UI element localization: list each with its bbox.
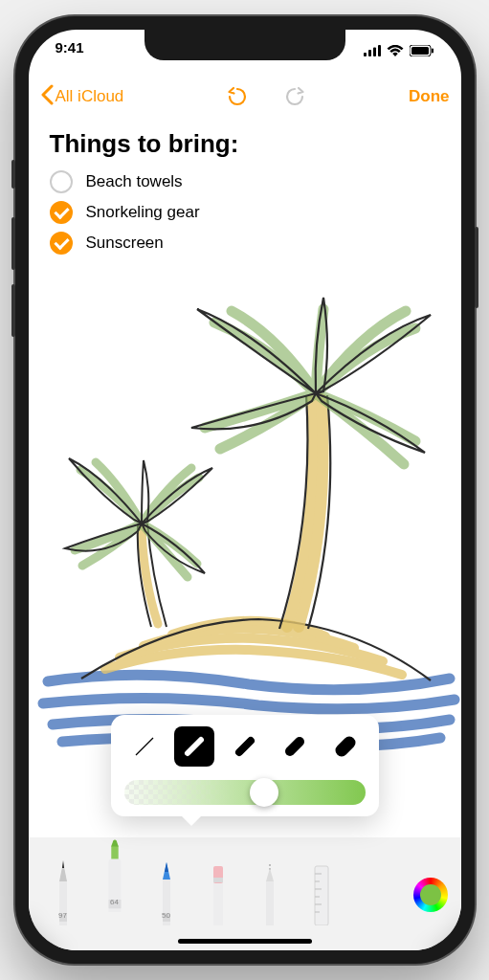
note-title: Things to bring: <box>50 129 440 159</box>
done-button[interactable]: Done <box>409 87 450 106</box>
checkbox-unchecked-icon[interactable] <box>50 170 73 193</box>
svg-line-8 <box>188 740 201 753</box>
svg-line-11 <box>342 743 349 750</box>
lasso-tool[interactable] <box>249 853 291 925</box>
svg-rect-2 <box>373 47 376 56</box>
volume-up-button <box>11 217 15 270</box>
svg-rect-1 <box>368 50 371 56</box>
drawing-toolbar: 97 64 <box>29 837 461 950</box>
svg-line-7 <box>136 738 153 755</box>
nav-bar: All iCloud Done <box>29 76 461 118</box>
marker-tool[interactable]: 64 <box>94 839 136 912</box>
brush-tip-popup <box>111 715 379 816</box>
svg-rect-20 <box>315 866 328 925</box>
tip-xl-button[interactable] <box>325 726 366 767</box>
tip-medium-button[interactable] <box>225 726 265 767</box>
tool-number: 50 <box>162 911 170 920</box>
pencil-tool[interactable]: 50 <box>145 853 188 925</box>
checklist-label: Beach towels <box>86 172 183 191</box>
svg-line-10 <box>290 742 300 751</box>
side-button <box>475 227 478 308</box>
status-time: 9:41 <box>56 39 84 62</box>
battery-icon <box>410 43 434 59</box>
tip-small-button[interactable] <box>174 726 214 767</box>
svg-rect-18 <box>213 878 223 882</box>
wifi-icon <box>387 43 404 59</box>
pen-tool[interactable]: 97 <box>42 853 84 925</box>
tip-size-row <box>124 726 366 767</box>
opacity-slider[interactable] <box>124 780 366 805</box>
eraser-tool[interactable] <box>197 853 239 925</box>
slider-thumb[interactable] <box>250 778 278 807</box>
back-button[interactable]: All iCloud <box>40 84 124 110</box>
tip-thin-button[interactable] <box>124 726 165 767</box>
svg-line-9 <box>239 741 251 752</box>
checklist-label: Snorkeling gear <box>86 203 200 222</box>
tip-large-button[interactable] <box>275 726 315 767</box>
notch <box>144 30 345 60</box>
tool-number: 97 <box>58 911 67 920</box>
home-indicator[interactable] <box>178 939 312 944</box>
redo-button[interactable] <box>283 85 306 108</box>
color-picker-button[interactable] <box>413 878 448 912</box>
svg-rect-5 <box>411 47 429 55</box>
screen: 9:41 All iCloud <box>29 30 461 950</box>
phone-frame: 9:41 All iCloud <box>15 16 475 964</box>
svg-rect-0 <box>364 53 367 56</box>
svg-rect-16 <box>213 880 223 925</box>
svg-rect-3 <box>378 45 381 56</box>
back-label: All iCloud <box>56 87 124 106</box>
ruler-tool[interactable] <box>300 853 343 925</box>
svg-rect-19 <box>266 881 274 925</box>
undo-button[interactable] <box>226 85 249 108</box>
checklist-item[interactable]: Snorkeling gear <box>50 201 440 224</box>
checklist-item[interactable]: Beach towels <box>50 170 440 193</box>
tool-number: 64 <box>110 898 119 906</box>
signal-icon <box>364 43 381 59</box>
checkbox-checked-icon[interactable] <box>50 201 73 224</box>
silence-switch <box>11 160 15 189</box>
volume-down-button <box>11 284 15 337</box>
chevron-left-icon <box>40 84 54 110</box>
status-indicators <box>364 39 434 62</box>
svg-rect-6 <box>432 48 433 53</box>
